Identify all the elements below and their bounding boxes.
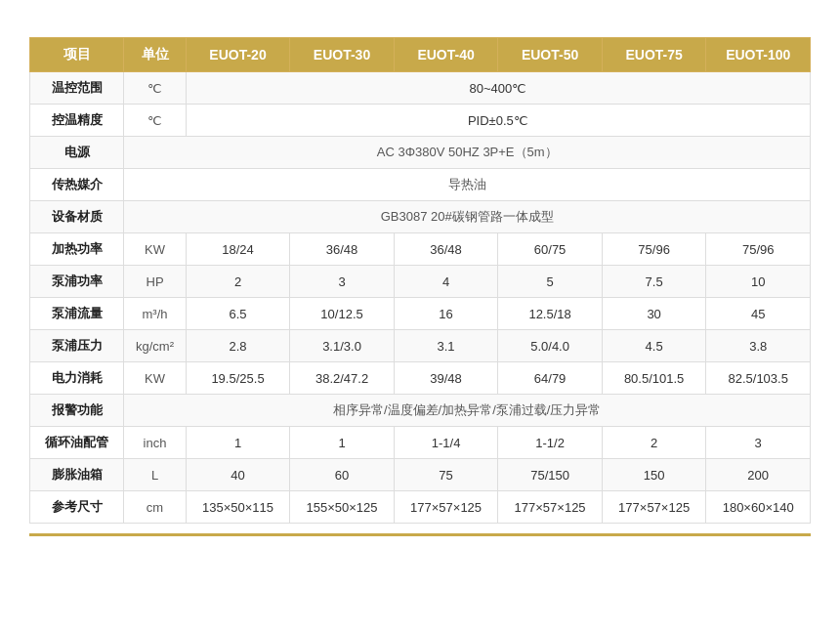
row-value: 36/48 <box>290 233 395 266</box>
row-value: 135×50×115 <box>186 491 290 524</box>
table-row: 设备材质GB3087 20#碳钢管路一体成型 <box>30 201 811 233</box>
table-row: 泵浦流量m³/h6.510/12.51612.5/183045 <box>30 298 811 330</box>
row-value-span: PID±0.5℃ <box>186 105 810 137</box>
parameter-table: 项目单位EUOT-20EUOT-30EUOT-40EUOT-50EUOT-75E… <box>29 37 811 524</box>
row-value: 177×57×125 <box>498 491 603 524</box>
row-unit: KW <box>124 362 186 395</box>
row-value: 75/96 <box>602 233 706 266</box>
row-value: 80.5/101.5 <box>602 362 706 395</box>
row-value-span: 相序异常/温度偏差/加热异常/泵浦过载/压力异常 <box>124 395 811 427</box>
row-value: 82.5/103.5 <box>706 362 811 395</box>
row-value-span: 导热油 <box>124 169 811 201</box>
row-value: 5.0/4.0 <box>498 330 603 362</box>
table-row: 温控范围℃80~400℃ <box>30 72 811 105</box>
row-value: 2 <box>602 427 706 459</box>
table-row: 电源AC 3Φ380V 50HZ 3P+E（5m） <box>30 137 811 169</box>
table-row: 加热功率KW18/2436/4836/4860/7575/9675/96 <box>30 233 811 266</box>
row-value: 177×57×125 <box>394 491 498 524</box>
row-label: 报警功能 <box>30 395 124 427</box>
row-value: 10/12.5 <box>290 298 395 330</box>
row-value: 60/75 <box>498 233 603 266</box>
row-label: 膨胀油箱 <box>30 459 124 491</box>
row-value: 4.5 <box>602 330 706 362</box>
row-value: 39/48 <box>394 362 498 395</box>
row-label: 泵浦功率 <box>30 266 124 298</box>
row-value: 16 <box>394 298 498 330</box>
column-header: EUOT-40 <box>394 38 498 72</box>
row-value: 1-1/4 <box>394 427 498 459</box>
row-value: 30 <box>602 298 706 330</box>
row-value: 180×60×140 <box>706 491 811 524</box>
row-value: 7.5 <box>602 266 706 298</box>
row-value: 3.8 <box>706 330 811 362</box>
row-label: 传热媒介 <box>30 169 124 201</box>
row-label: 泵浦流量 <box>30 298 124 330</box>
row-label: 温控范围 <box>30 72 124 105</box>
table-row: 报警功能相序异常/温度偏差/加热异常/泵浦过载/压力异常 <box>30 395 811 427</box>
row-label: 电力消耗 <box>30 362 124 395</box>
column-header: EUOT-20 <box>186 38 290 72</box>
row-value: 177×57×125 <box>602 491 706 524</box>
table-row: 膨胀油箱L40607575/150150200 <box>30 459 811 491</box>
row-unit: L <box>124 459 186 491</box>
row-value: 64/79 <box>498 362 603 395</box>
row-label: 电源 <box>30 137 124 169</box>
row-value: 60 <box>290 459 395 491</box>
row-value: 3 <box>290 266 395 298</box>
row-value: 3.1/3.0 <box>290 330 395 362</box>
row-value: 3 <box>706 427 811 459</box>
row-value: 3.1 <box>394 330 498 362</box>
row-value: 75/150 <box>498 459 603 491</box>
row-value: 4 <box>394 266 498 298</box>
row-unit: m³/h <box>124 298 186 330</box>
row-label: 泵浦压力 <box>30 330 124 362</box>
row-label: 控温精度 <box>30 105 124 137</box>
table-header: 项目单位EUOT-20EUOT-30EUOT-40EUOT-50EUOT-75E… <box>30 38 811 72</box>
table-row: 泵浦功率HP23457.510 <box>30 266 811 298</box>
table-row: 控温精度℃PID±0.5℃ <box>30 105 811 137</box>
row-label: 设备材质 <box>30 201 124 233</box>
table-row: 参考尺寸cm135×50×115155×50×125177×57×125177×… <box>30 491 811 524</box>
column-header: EUOT-75 <box>602 38 706 72</box>
column-header: 单位 <box>124 38 186 72</box>
table-row: 循环油配管inch111-1/41-1/223 <box>30 427 811 459</box>
row-value: 155×50×125 <box>290 491 395 524</box>
row-value: 150 <box>602 459 706 491</box>
row-unit: cm <box>124 491 186 524</box>
row-value: 19.5/25.5 <box>186 362 290 395</box>
row-value: 1 <box>290 427 395 459</box>
table-row: 电力消耗KW19.5/25.538.2/47.239/4864/7980.5/1… <box>30 362 811 395</box>
row-value: 40 <box>186 459 290 491</box>
row-label: 加热功率 <box>30 233 124 266</box>
row-unit: HP <box>124 266 186 298</box>
row-value: 75/96 <box>706 233 811 266</box>
row-unit: inch <box>124 427 186 459</box>
table-body: 温控范围℃80~400℃控温精度℃PID±0.5℃电源AC 3Φ380V 50H… <box>30 72 811 524</box>
column-header: 项目 <box>30 38 124 72</box>
bottom-divider <box>29 533 811 536</box>
row-value: 200 <box>706 459 811 491</box>
row-label: 参考尺寸 <box>30 491 124 524</box>
row-value-span: 80~400℃ <box>186 72 810 105</box>
table-row: 泵浦压力kg/cm²2.83.1/3.03.15.0/4.04.53.8 <box>30 330 811 362</box>
column-header: EUOT-30 <box>290 38 395 72</box>
row-value: 10 <box>706 266 811 298</box>
row-value: 1 <box>186 427 290 459</box>
row-value: 18/24 <box>186 233 290 266</box>
row-value-span: GB3087 20#碳钢管路一体成型 <box>124 201 811 233</box>
row-unit: ℃ <box>124 105 186 137</box>
row-value: 6.5 <box>186 298 290 330</box>
row-value: 75 <box>394 459 498 491</box>
row-value: 12.5/18 <box>498 298 603 330</box>
row-value: 1-1/2 <box>498 427 603 459</box>
row-unit: ℃ <box>124 72 186 105</box>
row-value-span: AC 3Φ380V 50HZ 3P+E（5m） <box>124 137 811 169</box>
row-value: 5 <box>498 266 603 298</box>
row-value: 38.2/47.2 <box>290 362 395 395</box>
row-value: 2 <box>186 266 290 298</box>
row-label: 循环油配管 <box>30 427 124 459</box>
row-value: 45 <box>706 298 811 330</box>
table-row: 传热媒介导热油 <box>30 169 811 201</box>
row-value: 2.8 <box>186 330 290 362</box>
column-header: EUOT-100 <box>706 38 811 72</box>
